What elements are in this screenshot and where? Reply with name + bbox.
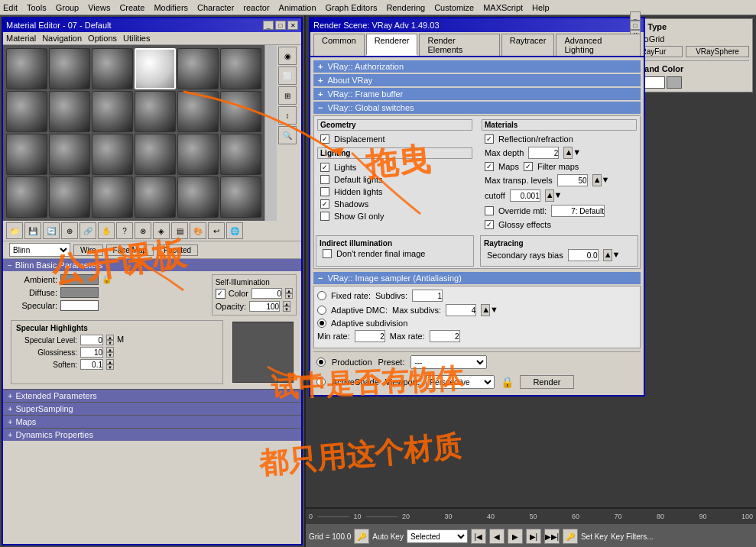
- spec-level-input[interactable]: [80, 335, 103, 345]
- viewport-select[interactable]: Perspective: [426, 375, 495, 389]
- tb-btn-9[interactable]: ◈: [153, 222, 170, 239]
- render-button[interactable]: Render: [520, 375, 573, 389]
- menu-tools[interactable]: Tools: [27, 3, 47, 12]
- tb-btn-10[interactable]: ▤: [171, 222, 188, 239]
- tb-btn-6[interactable]: ✋: [98, 222, 115, 239]
- fixed-rate-radio[interactable]: [317, 291, 326, 300]
- mat-menu-options[interactable]: Options: [88, 34, 117, 43]
- mat-tool-2[interactable]: ⬜: [278, 66, 297, 85]
- mat-tool-1[interactable]: ◉: [278, 47, 297, 65]
- prev-key-btn[interactable]: ◀: [489, 529, 505, 544]
- override-mtl-input[interactable]: [551, 205, 605, 217]
- spec-level-btn[interactable]: M: [117, 335, 128, 345]
- close-button[interactable]: ✕: [287, 21, 298, 30]
- cutoff-input[interactable]: [510, 189, 540, 202]
- tb-btn-11[interactable]: 🎨: [190, 222, 206, 239]
- set-key-btn[interactable]: 🔑: [563, 529, 578, 544]
- menu-character[interactable]: Character: [197, 3, 234, 12]
- about-vray-row[interactable]: + About VRay: [313, 74, 641, 86]
- tab-renderer[interactable]: Renderer: [366, 34, 418, 56]
- sphere-15[interactable]: [92, 134, 133, 175]
- menu-customize[interactable]: Customize: [434, 3, 474, 12]
- vray-sphere-button[interactable]: VRaySphere: [686, 46, 749, 57]
- sphere-21[interactable]: [92, 176, 133, 218]
- cutoff-spinner[interactable]: ▲▼: [545, 189, 554, 202]
- sphere-7[interactable]: [6, 91, 47, 132]
- maps-bar[interactable]: + Maps: [3, 415, 301, 428]
- sphere-20[interactable]: [49, 176, 90, 218]
- mat-menu-material[interactable]: Material: [6, 34, 36, 43]
- sphere-1[interactable]: [6, 48, 47, 89]
- tb-btn-4[interactable]: ⊕: [61, 222, 78, 239]
- max-transp-spinner[interactable]: ▲▼: [592, 174, 602, 186]
- vray-maximize[interactable]: □: [630, 21, 641, 30]
- filter-maps-checkbox[interactable]: [524, 162, 533, 171]
- default-lights-checkbox[interactable]: [320, 175, 329, 184]
- override-mtl-checkbox[interactable]: [485, 206, 494, 215]
- menu-animation[interactable]: Animation: [279, 3, 316, 12]
- frame-buffer-row[interactable]: + VRay:: Frame buffer: [313, 88, 641, 100]
- show-gi-checkbox[interactable]: [320, 212, 329, 221]
- facemap-btn[interactable]: Face Map: [106, 244, 154, 256]
- sphere-11[interactable]: [177, 91, 219, 132]
- maps-checkbox[interactable]: [485, 162, 494, 171]
- max-rate-input[interactable]: [430, 330, 460, 342]
- displacement-checkbox[interactable]: [320, 134, 329, 144]
- sphere-scrollbar[interactable]: [264, 45, 277, 221]
- sphere-2[interactable]: [49, 48, 90, 89]
- selected-dropdown[interactable]: Selected: [407, 529, 468, 543]
- sphere-13[interactable]: [6, 134, 47, 175]
- spinner-up[interactable]: ▲: [285, 288, 293, 293]
- mat-menu-navigation[interactable]: Navigation: [42, 34, 82, 43]
- tb-btn-3[interactable]: 🔄: [43, 222, 60, 239]
- next-key-btn[interactable]: ▶|: [526, 529, 541, 544]
- menu-maxscript[interactable]: MAXScript: [483, 3, 523, 12]
- min-rate-input[interactable]: [355, 330, 385, 342]
- next-frame-btn[interactable]: ▶▶|: [544, 529, 560, 544]
- image-sampler-collapse-row[interactable]: − VRay:: Image sampler (Antialiasing): [313, 272, 641, 284]
- subdivs-input[interactable]: [412, 290, 443, 302]
- max-depth-input[interactable]: [528, 147, 559, 159]
- shader-type-dropdown[interactable]: Blinn: [9, 243, 70, 257]
- dynamics-bar[interactable]: + Dynamics Properties: [3, 428, 301, 441]
- menu-modifiers[interactable]: Modifiers: [154, 3, 188, 12]
- sphere-16[interactable]: [135, 134, 176, 175]
- adaptive-subdiv-radio[interactable]: [317, 319, 326, 328]
- activeshade-radio[interactable]: [316, 377, 326, 387]
- spec-level-spinner[interactable]: ▲ ▼: [106, 335, 114, 345]
- tab-raytracer[interactable]: Raytracer: [501, 34, 555, 56]
- max-subdivs-spinner[interactable]: ▲▼: [481, 304, 490, 316]
- prev-frame-btn[interactable]: |◀: [471, 529, 486, 544]
- max-transp-input[interactable]: [557, 174, 588, 186]
- self-illum-checkbox[interactable]: [216, 289, 226, 299]
- sphere-18[interactable]: [220, 134, 261, 175]
- adaptive-dmc-radio[interactable]: [317, 306, 326, 315]
- tab-advanced-lighting[interactable]: Advanced Lighting: [556, 34, 641, 56]
- menu-views[interactable]: Views: [88, 3, 110, 12]
- sphere-12[interactable]: [220, 91, 261, 132]
- basic-params-header[interactable]: − Blinn Basic Parameters: [3, 259, 301, 271]
- wire-btn[interactable]: Wire: [73, 244, 103, 256]
- tab-common[interactable]: Common: [313, 34, 365, 56]
- production-radio[interactable]: [316, 358, 326, 367]
- opacity-spinner-up[interactable]: ▲: [283, 301, 290, 306]
- sphere-8[interactable]: [49, 91, 90, 132]
- refl-refract-checkbox[interactable]: [485, 134, 494, 144]
- tab-render-elements[interactable]: Render Elements: [419, 34, 499, 56]
- opacity-spinner[interactable]: ▲ ▼: [283, 301, 290, 312]
- color-picker[interactable]: [667, 76, 682, 89]
- glossy-checkbox[interactable]: [485, 220, 494, 229]
- soften-input[interactable]: [80, 359, 103, 370]
- opacity-spinner-down[interactable]: ▼: [283, 306, 290, 312]
- glossiness-input[interactable]: [80, 347, 103, 358]
- supersampling-bar[interactable]: + SuperSampling: [3, 402, 301, 415]
- self-illum-color-input[interactable]: [251, 288, 282, 299]
- vray-minimize[interactable]: _: [630, 11, 641, 21]
- sphere-10[interactable]: [135, 91, 176, 132]
- faceted-btn[interactable]: Faceted: [157, 244, 198, 256]
- mat-tool-3[interactable]: ⊞: [278, 86, 297, 105]
- secondary-rays-input[interactable]: [568, 249, 599, 261]
- lock-icon[interactable]: 🔒: [501, 376, 514, 388]
- extended-params-bar[interactable]: + Extended Parameters: [3, 389, 301, 402]
- tb-btn-12[interactable]: ↩: [208, 222, 225, 239]
